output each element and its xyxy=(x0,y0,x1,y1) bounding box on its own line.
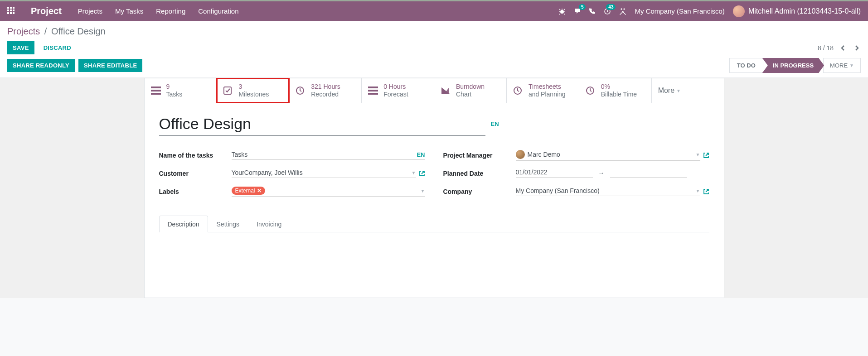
customer-input[interactable] xyxy=(232,169,409,176)
svg-point-0 xyxy=(560,10,564,14)
stat-milestones[interactable]: 3 Milestones xyxy=(217,78,289,103)
chevron-down-icon: ▼ xyxy=(696,152,700,157)
tasks-icon xyxy=(151,87,162,95)
pm-avatar-icon xyxy=(516,150,525,159)
task-name-input[interactable] xyxy=(232,151,414,158)
user-avatar-icon xyxy=(733,5,745,17)
app-brand[interactable]: Project xyxy=(31,6,62,16)
main-navbar: Project Projects My Tasks Reporting Conf… xyxy=(0,0,868,21)
status-todo[interactable]: TO DO xyxy=(729,58,763,73)
nav-my-tasks[interactable]: My Tasks xyxy=(115,7,143,15)
apps-icon[interactable] xyxy=(7,7,16,16)
form-tabs: Description Settings Invoicing xyxy=(159,216,709,232)
stat-timesheets[interactable]: Timesheets and Planning xyxy=(507,78,579,103)
remove-tag-icon[interactable]: ✕ xyxy=(257,188,262,194)
share-editable-button[interactable]: SHARE EDITABLE xyxy=(78,59,142,72)
svg-rect-2 xyxy=(151,87,161,88)
label-pm: Project Manager xyxy=(443,152,516,159)
breadcrumb: Projects / Office Design xyxy=(7,26,861,37)
stat-hours-recorded[interactable]: 321 Hours Recorded xyxy=(289,78,362,103)
clock-icon xyxy=(586,86,596,95)
tab-content xyxy=(159,232,709,287)
stat-burndown[interactable]: Burndown Chart xyxy=(434,78,507,103)
project-manager-input[interactable] xyxy=(528,151,693,158)
chevron-down-icon: ▼ xyxy=(696,188,700,193)
stat-hours-forecast[interactable]: 0 Hours Forecast xyxy=(362,78,434,103)
svg-rect-4 xyxy=(151,93,161,95)
company-switcher[interactable]: My Company (San Francisco) xyxy=(635,7,724,15)
label-company: Company xyxy=(443,188,516,195)
label-labels: Labels xyxy=(159,188,232,195)
clock-icon xyxy=(513,86,524,95)
svg-rect-9 xyxy=(368,93,378,95)
planned-date-from-input[interactable] xyxy=(516,168,593,178)
tab-settings[interactable]: Settings xyxy=(208,216,248,232)
pager-next-button[interactable] xyxy=(853,43,861,53)
messaging-icon[interactable]: 5 xyxy=(574,8,581,15)
status-bar: TO DO IN PROGRESS MORE ▼ xyxy=(729,58,861,73)
chevron-down-icon: ▼ xyxy=(412,170,416,175)
nav-configuration[interactable]: Configuration xyxy=(198,7,238,15)
share-readonly-button[interactable]: SHARE READONLY xyxy=(7,59,75,72)
activity-badge: 43 xyxy=(606,4,616,10)
check-square-icon xyxy=(223,86,234,95)
customer-external-link-icon[interactable] xyxy=(419,170,425,177)
discard-button[interactable]: DISCARD xyxy=(38,41,77,54)
project-name-input[interactable] xyxy=(159,114,485,136)
tools-icon[interactable] xyxy=(619,8,626,15)
nav-projects[interactable]: Projects xyxy=(78,7,102,15)
company-input[interactable] xyxy=(516,187,693,194)
chevron-down-icon: ▼ xyxy=(421,188,425,193)
status-in-progress[interactable]: IN PROGRESS xyxy=(762,58,824,73)
label-planned: Planned Date xyxy=(443,170,516,177)
arrow-right-icon: → xyxy=(598,169,605,177)
pager-prev-button[interactable] xyxy=(839,43,847,53)
breadcrumb-root[interactable]: Projects xyxy=(7,26,40,36)
activity-icon[interactable]: 43 xyxy=(604,8,611,15)
save-button[interactable]: SAVE xyxy=(7,41,34,54)
stat-tasks[interactable]: 9 Tasks xyxy=(145,78,217,103)
task-name-language-button[interactable]: EN xyxy=(417,151,425,158)
phone-icon[interactable] xyxy=(589,8,596,14)
svg-rect-5 xyxy=(224,87,231,94)
label-customer: Customer xyxy=(159,170,232,177)
stat-billable[interactable]: 0% Billable Time xyxy=(579,78,652,103)
label-task-name: Name of the tasks xyxy=(159,152,232,159)
user-menu[interactable]: Mitchell Admin (12103443-15-0-all) xyxy=(733,5,861,17)
svg-rect-7 xyxy=(368,87,378,88)
chart-area-icon xyxy=(441,87,451,95)
messaging-badge: 5 xyxy=(579,4,586,10)
form-sheet: 9 Tasks 3 Milestones 321 Hours xyxy=(144,78,724,298)
tag-external[interactable]: External ✕ xyxy=(232,187,265,195)
tab-invoicing[interactable]: Invoicing xyxy=(248,216,290,232)
tab-description[interactable]: Description xyxy=(159,216,208,232)
clock-icon xyxy=(296,86,306,95)
title-language-button[interactable]: EN xyxy=(491,114,499,127)
chevron-down-icon: ▼ xyxy=(676,88,681,93)
planned-date-to-input[interactable] xyxy=(610,168,687,178)
labels-input[interactable]: External ✕ ▼ xyxy=(232,187,425,197)
status-more[interactable]: MORE ▼ xyxy=(823,58,861,73)
pm-external-link-icon[interactable] xyxy=(703,152,709,159)
breadcrumb-current: Office Design xyxy=(51,26,106,36)
company-external-link-icon[interactable] xyxy=(703,188,709,195)
tasks-icon xyxy=(368,87,379,95)
chevron-down-icon: ▼ xyxy=(849,63,854,68)
stat-more[interactable]: More ▼ xyxy=(652,78,724,103)
pager-text: 8 / 18 xyxy=(818,44,834,52)
svg-rect-8 xyxy=(368,90,378,91)
user-name: Mitchell Admin (12103443-15-0-all) xyxy=(748,7,861,15)
bug-icon[interactable] xyxy=(558,8,566,15)
nav-reporting[interactable]: Reporting xyxy=(156,7,185,15)
svg-rect-3 xyxy=(151,90,161,91)
